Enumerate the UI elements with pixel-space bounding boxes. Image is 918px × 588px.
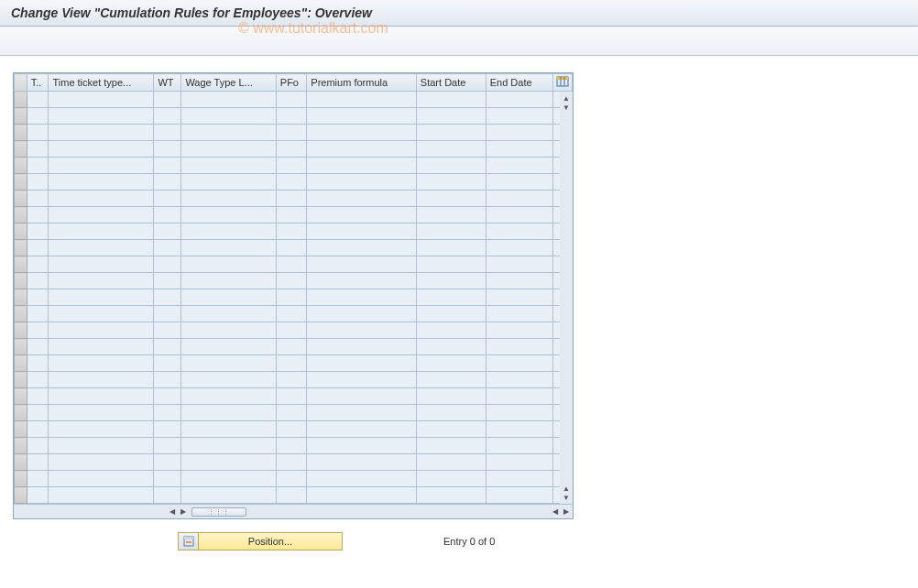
cell[interactable]: [416, 108, 486, 125]
row-selector[interactable]: [15, 223, 27, 240]
table-row[interactable]: [15, 471, 573, 487]
cell[interactable]: [49, 421, 154, 438]
scroll-down-button[interactable]: ▼: [562, 103, 571, 112]
cell[interactable]: [181, 223, 276, 240]
vertical-scrollbar[interactable]: ▲ ▼ ▲ ▼: [560, 92, 573, 504]
cell[interactable]: [27, 487, 49, 504]
cell[interactable]: [154, 240, 181, 256]
cell[interactable]: [276, 322, 307, 339]
cell[interactable]: [307, 339, 417, 355]
cell[interactable]: [416, 223, 486, 240]
cell[interactable]: [49, 108, 154, 125]
cell[interactable]: [307, 388, 417, 405]
column-header-wage-type-l[interactable]: Wage Type L...: [181, 74, 276, 92]
cell[interactable]: [49, 158, 154, 174]
scroll-left-button-right[interactable]: ◀: [551, 507, 560, 517]
table-row[interactable]: [15, 240, 573, 256]
cell[interactable]: [181, 108, 276, 125]
table-settings-button[interactable]: [553, 74, 573, 92]
cell[interactable]: [307, 454, 417, 471]
row-selector[interactable]: [15, 207, 27, 223]
cell[interactable]: [154, 355, 181, 372]
cell[interactable]: [486, 355, 553, 372]
cell[interactable]: [154, 191, 181, 207]
cell[interactable]: [181, 191, 276, 207]
cell[interactable]: [154, 256, 181, 273]
cell[interactable]: [181, 158, 276, 174]
cell[interactable]: [49, 471, 154, 487]
cell[interactable]: [486, 487, 553, 504]
cell[interactable]: [27, 240, 49, 256]
cell[interactable]: [27, 191, 49, 207]
cell[interactable]: [416, 421, 486, 438]
cell[interactable]: [154, 273, 181, 289]
row-selector[interactable]: [15, 158, 27, 174]
cell[interactable]: [27, 207, 49, 223]
cell[interactable]: [27, 92, 49, 108]
cell[interactable]: [276, 339, 307, 355]
cell[interactable]: [181, 355, 276, 372]
cell[interactable]: [486, 471, 553, 487]
row-selector[interactable]: [15, 306, 27, 322]
cell[interactable]: [416, 289, 486, 306]
cell[interactable]: [27, 289, 49, 306]
cell[interactable]: [276, 240, 307, 256]
table-row[interactable]: [15, 273, 573, 289]
cell[interactable]: [416, 256, 486, 273]
cell[interactable]: [49, 438, 154, 454]
cell[interactable]: [27, 388, 49, 405]
cell[interactable]: [307, 306, 417, 322]
cell[interactable]: [486, 289, 553, 306]
cell[interactable]: [486, 174, 553, 191]
row-selector[interactable]: [15, 240, 27, 256]
table-row[interactable]: [15, 487, 573, 504]
cell[interactable]: [27, 108, 49, 125]
cell[interactable]: [416, 355, 486, 372]
cell[interactable]: [49, 240, 154, 256]
cell[interactable]: [486, 141, 553, 158]
horizontal-scrollbar[interactable]: ◀ ▶ ⋮⋮⋮ ◀ ▶: [14, 504, 573, 518]
row-selector[interactable]: [15, 289, 27, 306]
cell[interactable]: [276, 256, 307, 273]
cell[interactable]: [307, 438, 417, 454]
table-row[interactable]: [15, 454, 573, 471]
cell[interactable]: [154, 339, 181, 355]
cell[interactable]: [276, 388, 307, 405]
table-row[interactable]: [15, 92, 573, 108]
cell[interactable]: [486, 223, 553, 240]
cell[interactable]: [416, 174, 486, 191]
cell[interactable]: [181, 388, 276, 405]
table-row[interactable]: [15, 256, 573, 273]
cell[interactable]: [416, 454, 486, 471]
cell[interactable]: [276, 372, 307, 388]
cell[interactable]: [49, 405, 154, 421]
cell[interactable]: [154, 92, 181, 108]
cell[interactable]: [181, 421, 276, 438]
cell[interactable]: [307, 141, 417, 158]
cell[interactable]: [27, 372, 49, 388]
cell[interactable]: [154, 388, 181, 405]
cell[interactable]: [49, 306, 154, 322]
table-row[interactable]: [15, 223, 573, 240]
cell[interactable]: [307, 125, 417, 141]
row-selector[interactable]: [15, 405, 27, 421]
cell[interactable]: [486, 92, 553, 108]
cell[interactable]: [276, 454, 307, 471]
cell[interactable]: [154, 207, 181, 223]
row-selector[interactable]: [15, 421, 27, 438]
cell[interactable]: [307, 174, 417, 191]
cell[interactable]: [276, 141, 307, 158]
cell[interactable]: [307, 355, 417, 372]
cell[interactable]: [416, 158, 486, 174]
cell[interactable]: [154, 108, 181, 125]
cell[interactable]: [307, 372, 417, 388]
cell[interactable]: [49, 454, 154, 471]
cell[interactable]: [49, 372, 154, 388]
cell[interactable]: [486, 125, 553, 141]
table-row[interactable]: [15, 174, 573, 191]
table-row[interactable]: [15, 322, 573, 339]
cell[interactable]: [154, 372, 181, 388]
cell[interactable]: [49, 223, 154, 240]
cell[interactable]: [416, 471, 486, 487]
row-selector[interactable]: [15, 339, 27, 355]
